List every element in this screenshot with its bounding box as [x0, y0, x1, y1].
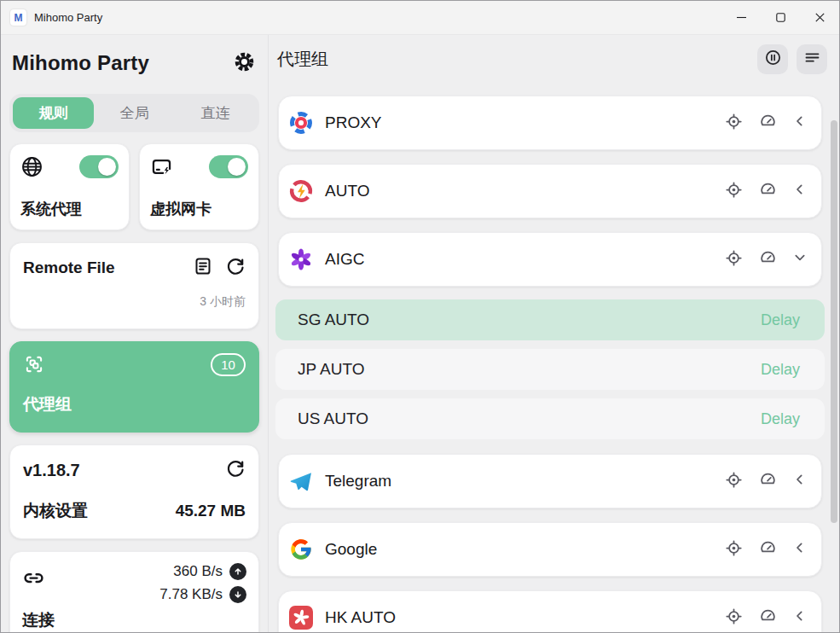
delay-label[interactable]: Delay [761, 410, 800, 428]
upload-arrow-icon [229, 563, 246, 580]
speedtest-icon[interactable] [759, 249, 777, 270]
upload-speed: 360 B/s [173, 563, 223, 580]
system-proxy-toggle[interactable] [79, 155, 119, 178]
profile-card[interactable]: Remote File [9, 242, 259, 329]
proxy-name: JP AUTO [298, 360, 365, 379]
group-name: Telegram [325, 472, 391, 491]
group-row-aigc[interactable]: AIGC [278, 232, 822, 287]
download-speed: 7.78 KB/s [159, 586, 223, 603]
chevron-left-icon[interactable] [793, 183, 807, 200]
toggle-knob [98, 158, 116, 176]
hk-flag-icon [289, 606, 313, 630]
core-version: v1.18.7 [23, 461, 80, 480]
scrollbar-thumb[interactable] [831, 120, 837, 523]
speedtest-icon[interactable] [759, 181, 777, 202]
sidebar-item-proxy-groups[interactable]: 10 代理组 [9, 341, 259, 433]
virtual-adapter-icon [150, 155, 173, 182]
telegram-icon [289, 469, 313, 493]
proxy-item-sg-auto[interactable]: SG AUTO Delay [275, 299, 825, 340]
google-icon [289, 537, 313, 561]
app-logo-icon: M [10, 9, 26, 26]
speedtest-icon[interactable] [759, 113, 777, 134]
main-content: 代理组 [269, 35, 839, 632]
tab-direct[interactable]: 直连 [175, 97, 256, 129]
close-button[interactable] [800, 1, 839, 34]
group-name: PROXY [325, 113, 382, 132]
connection-card[interactable]: 360 B/s 7.78 KB/s 连接 [9, 551, 259, 632]
window-controls [721, 1, 839, 34]
chevron-left-icon[interactable] [793, 541, 807, 558]
core-settings-label: 内核设置 [23, 500, 88, 522]
group-name: Google [325, 540, 377, 559]
tun-toggle[interactable] [209, 155, 248, 178]
globe-icon [20, 155, 43, 182]
chevron-down-icon[interactable] [793, 251, 807, 268]
system-proxy-card[interactable]: 系统代理 [9, 143, 130, 230]
group-row-hk-auto[interactable]: HK AUTO [278, 590, 822, 632]
locate-icon[interactable] [725, 607, 743, 629]
group-row-proxy[interactable]: PROXY [278, 96, 822, 150]
window-title: Mihomo Party [34, 11, 102, 24]
chevron-left-icon[interactable] [793, 473, 807, 490]
proxy-groups-label: 代理组 [23, 393, 246, 415]
group-row-google[interactable]: Google [278, 522, 822, 577]
core-memory: 45.27 MB [176, 502, 246, 520]
core-refresh-icon[interactable] [225, 458, 246, 482]
group-name: HK AUTO [325, 608, 396, 627]
tab-global[interactable]: 全局 [94, 97, 175, 129]
sidebar: Mihomo Party 规则 全局 直连 [1, 35, 269, 632]
speedtest-icon[interactable] [759, 607, 777, 629]
proxy-group-icon [23, 353, 45, 379]
group-name: AUTO [325, 182, 369, 200]
profile-document-icon[interactable] [193, 256, 213, 280]
settings-button[interactable] [233, 50, 256, 76]
outbound-mode-tabs: 规则 全局 直连 [9, 94, 259, 132]
proxy-group-list: PROXY [269, 83, 839, 632]
proxy-group-logo-icon [289, 111, 313, 135]
core-card[interactable]: v1.18.7 内核设置 45.27 MB [9, 444, 259, 539]
delay-label[interactable]: Delay [761, 361, 800, 379]
link-icon [22, 566, 45, 603]
minimize-button[interactable] [721, 1, 761, 34]
pause-delay-test-button[interactable] [757, 44, 788, 74]
maximize-button[interactable] [761, 1, 800, 34]
gear-icon [233, 50, 256, 76]
locate-icon[interactable] [725, 249, 743, 270]
tab-rule[interactable]: 规则 [13, 97, 94, 129]
profile-title: Remote File [23, 258, 115, 277]
locate-icon[interactable] [725, 539, 743, 560]
toggle-knob [228, 158, 246, 176]
app-title: Mihomo Party [12, 51, 149, 75]
main-header: 代理组 [269, 35, 839, 83]
delay-label[interactable]: Delay [761, 311, 800, 329]
locate-icon[interactable] [725, 113, 743, 134]
page-title: 代理组 [277, 48, 328, 71]
sort-button[interactable] [797, 44, 827, 74]
system-proxy-label: 系统代理 [20, 199, 119, 219]
tun-label: 虚拟网卡 [150, 199, 248, 219]
profile-refresh-icon[interactable] [225, 256, 246, 280]
proxy-item-us-auto[interactable]: US AUTO Delay [275, 398, 825, 439]
group-name: AIGC [325, 250, 364, 269]
aigc-group-logo-icon [289, 247, 313, 271]
sort-lines-icon [803, 49, 821, 69]
locate-icon[interactable] [725, 181, 743, 202]
locate-icon[interactable] [725, 471, 743, 492]
app-window: M Mihomo Party Mihomo Party [0, 0, 840, 633]
chevron-left-icon[interactable] [793, 114, 807, 131]
proxy-name: US AUTO [298, 409, 368, 428]
pause-circle-icon [764, 49, 782, 69]
chevron-left-icon[interactable] [793, 609, 807, 626]
auto-group-logo-icon [289, 179, 313, 203]
group-count-badge: 10 [211, 353, 246, 376]
speedtest-icon[interactable] [759, 471, 777, 492]
group-row-telegram[interactable]: Telegram [278, 454, 822, 508]
speedtest-icon[interactable] [759, 539, 777, 560]
tun-card[interactable]: 虚拟网卡 [139, 143, 259, 230]
profile-updated-time: 3 小时前 [23, 294, 246, 310]
download-arrow-icon [229, 586, 246, 603]
proxy-name: SG AUTO [298, 311, 369, 329]
connection-label: 连接 [22, 609, 246, 631]
group-row-auto[interactable]: AUTO [278, 164, 822, 218]
proxy-item-jp-auto[interactable]: JP AUTO Delay [275, 349, 825, 390]
